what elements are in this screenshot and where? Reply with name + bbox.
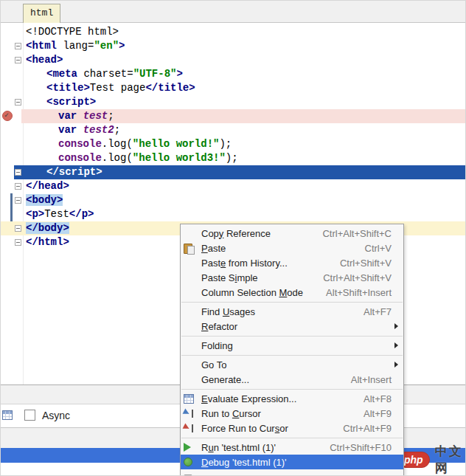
menu-item-go-to[interactable]: Go To bbox=[181, 357, 403, 372]
menu-item-label: Paste from History... bbox=[201, 258, 288, 269]
menu-item-run-test-html[interactable]: Run 'test.html (1)'Ctrl+Shift+F10 bbox=[181, 440, 403, 455]
code-line-11[interactable]: </script> bbox=[1, 165, 466, 179]
menu-separator bbox=[181, 435, 403, 440]
menu-item-folding[interactable]: Folding bbox=[181, 338, 403, 353]
code-line-14[interactable]: <p>Test</p> bbox=[1, 207, 466, 221]
menu-item-label: Generate... bbox=[201, 374, 249, 385]
code-line-12[interactable]: </head> bbox=[1, 179, 466, 193]
menu-item-shortcut: Ctrl+Alt+Shift+C bbox=[322, 228, 392, 239]
fold-open-icon[interactable] bbox=[15, 43, 21, 49]
code-line-5[interactable]: <title>Test page</title> bbox=[1, 81, 466, 95]
fold-open-icon[interactable] bbox=[15, 99, 21, 106]
menu-item-refactor[interactable]: Refactor bbox=[181, 319, 403, 334]
async-checkbox-label: Async bbox=[42, 410, 70, 421]
code-line-text: <meta charset="UTF-8"> bbox=[46, 67, 183, 81]
context-menu: Copy ReferenceCtrl+Alt+Shift+CPasteCtrl+… bbox=[180, 224, 404, 476]
menu-item-paste-simple[interactable]: Paste SimpleCtrl+Alt+Shift+V bbox=[181, 270, 403, 285]
menu-item-debug-test-html[interactable]: Debug 'test.html (1)' bbox=[181, 455, 403, 469]
code-line-text: </html> bbox=[26, 235, 69, 249]
menu-item-paste-from-history[interactable]: Paste from History...Ctrl+Shift+V bbox=[181, 255, 403, 270]
menu-item-column-selection-mode[interactable]: Column Selection ModeAlt+Shift+Insert bbox=[181, 285, 403, 300]
menu-separator bbox=[181, 334, 403, 338]
code-line-text: var test; bbox=[58, 109, 114, 123]
tab-html[interactable]: html bbox=[23, 4, 60, 23]
code-line-2[interactable]: <html lang="en"> bbox=[1, 39, 466, 53]
submenu-arrow-icon bbox=[392, 338, 399, 353]
force-run-to-cursor-icon bbox=[184, 424, 195, 433]
menu-item-label: Column Selection Mode bbox=[201, 287, 303, 298]
code-line-text: </script> bbox=[46, 165, 102, 179]
code-line-text: <script> bbox=[46, 95, 96, 109]
menu-item-label: Debug 'test.html (1)' bbox=[201, 457, 287, 468]
fold-close-icon[interactable] bbox=[15, 225, 21, 232]
run-to-cursor-icon bbox=[184, 409, 195, 418]
menu-item-shortcut: Alt+F7 bbox=[364, 306, 392, 317]
menu-item-shortcut: Alt+F8 bbox=[364, 393, 392, 404]
menu-separator bbox=[181, 353, 403, 357]
menu-item-label: Refactor bbox=[201, 321, 237, 332]
code-line-text: <!DOCTYPE html> bbox=[26, 25, 119, 39]
menu-item-force-run-to-cursor[interactable]: Force Run to CursorCtrl+Alt+F9 bbox=[181, 421, 403, 435]
code-line-3[interactable]: <head> bbox=[1, 53, 466, 67]
fold-close-icon[interactable] bbox=[15, 169, 21, 176]
code-line-13[interactable]: <body> bbox=[1, 193, 466, 207]
code-line-text: <html lang="en"> bbox=[26, 39, 125, 53]
submenu-arrow-icon bbox=[392, 357, 399, 372]
editor-tab-bar: html bbox=[1, 1, 466, 23]
code-line-text: console.log("hello world!"); bbox=[58, 137, 232, 151]
watermark-text: 中文网 bbox=[435, 443, 465, 476]
menu-item-label: Find Usages bbox=[201, 306, 255, 317]
menu-item-shortcut: Alt+F9 bbox=[364, 408, 392, 419]
fold-close-icon[interactable] bbox=[15, 239, 21, 246]
menu-item-label: Copy Reference bbox=[201, 228, 271, 239]
menu-item-label: Evaluate Expression... bbox=[201, 393, 296, 404]
menu-separator bbox=[181, 300, 403, 304]
submenu-arrow-icon bbox=[392, 319, 399, 334]
async-checkbox[interactable] bbox=[24, 410, 35, 421]
code-line-6[interactable]: <script> bbox=[1, 95, 466, 109]
menu-item-partial-item[interactable] bbox=[181, 469, 403, 476]
code-line-1[interactable]: <!DOCTYPE html> bbox=[1, 25, 466, 39]
debug-icon bbox=[184, 458, 192, 466]
menu-item-copy-reference[interactable]: Copy ReferenceCtrl+Alt+Shift+C bbox=[181, 226, 403, 241]
menu-item-shortcut: Ctrl+Shift+V bbox=[340, 258, 392, 269]
menu-item-label: Run 'test.html (1)' bbox=[201, 442, 276, 453]
menu-item-label: Folding bbox=[201, 340, 233, 351]
paste-icon bbox=[184, 243, 194, 254]
menu-item-shortcut: Alt+Insert bbox=[351, 374, 392, 385]
menu-item-label: Paste Simple bbox=[201, 272, 258, 283]
menu-item-label: Force Run to Cursor bbox=[201, 423, 288, 434]
code-line-text: </head> bbox=[26, 179, 69, 193]
menu-item-shortcut: Ctrl+Alt+F9 bbox=[343, 423, 392, 434]
fold-open-icon[interactable] bbox=[15, 197, 21, 204]
menu-item-shortcut: Alt+Shift+Insert bbox=[326, 287, 392, 298]
breakpoint-icon[interactable] bbox=[2, 111, 13, 121]
menu-item-run-to-cursor[interactable]: Run to CursorAlt+F9 bbox=[181, 406, 403, 421]
code-line-text: var test2; bbox=[58, 123, 120, 137]
code-line-4[interactable]: <meta charset="UTF-8"> bbox=[1, 67, 466, 81]
menu-item-find-usages[interactable]: Find UsagesAlt+F7 bbox=[181, 304, 403, 319]
menu-item-paste[interactable]: PasteCtrl+V bbox=[181, 241, 403, 255]
code-line-9[interactable]: console.log("hello world!"); bbox=[1, 137, 466, 151]
code-line-7[interactable]: var test; bbox=[1, 109, 466, 123]
code-line-text: <body> bbox=[26, 193, 63, 207]
code-line-text: <head> bbox=[26, 53, 63, 67]
menu-item-label: Run to Cursor bbox=[201, 408, 261, 419]
code-line-text: <p>Test</p> bbox=[26, 207, 94, 221]
menu-item-label: Paste bbox=[201, 243, 226, 254]
fold-open-icon[interactable] bbox=[15, 57, 21, 63]
code-line-10[interactable]: console.log("hello world3!"); bbox=[1, 151, 466, 165]
menu-item-shortcut: Ctrl+V bbox=[365, 243, 392, 254]
code-line-8[interactable]: var test2; bbox=[1, 123, 466, 137]
menu-item-generate[interactable]: Generate...Alt+Insert bbox=[181, 372, 403, 387]
code-line-text: console.log("hello world3!"); bbox=[58, 151, 238, 165]
variables-grid-icon[interactable] bbox=[2, 410, 13, 420]
tab-label: html bbox=[30, 7, 53, 18]
menu-item-shortcut: Ctrl+Shift+F10 bbox=[330, 442, 392, 453]
ide-window: html <!DOCTYPE html><html lang="en"><hea… bbox=[0, 0, 466, 476]
watermark: php 中文网 bbox=[397, 443, 465, 476]
evaluate-icon bbox=[184, 394, 194, 404]
menu-item-evaluate-expression[interactable]: Evaluate Expression...Alt+F8 bbox=[181, 391, 403, 406]
fold-close-icon[interactable] bbox=[15, 183, 21, 190]
code-line-text: <title>Test page</title> bbox=[46, 81, 195, 95]
